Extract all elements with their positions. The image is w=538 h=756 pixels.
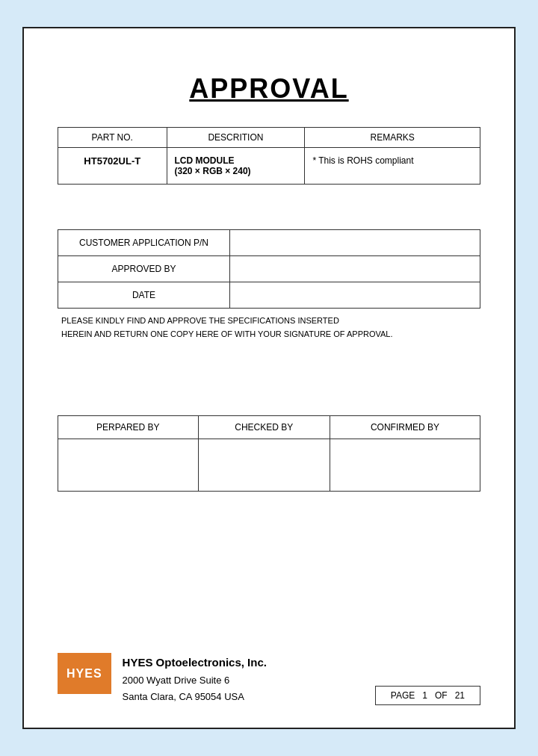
prepared-by-signature <box>58 439 199 492</box>
page-number-box: PAGE 1 OF 21 <box>375 686 480 705</box>
document-page: APPROVAL PART NO. DESCRITION REMARKS HT5… <box>22 27 516 729</box>
col-header-description: DESCRITION <box>167 128 305 148</box>
document-title: APPROVAL <box>189 73 348 104</box>
address-line2: Santa Clara, CA 95054 USA <box>123 689 267 705</box>
notice-line2: HEREIN AND RETURN ONE COPY HERE OF WITH … <box>61 329 393 338</box>
customer-app-pn-value <box>230 230 480 256</box>
checked-by-signature <box>198 439 330 492</box>
page-label: PAGE <box>391 690 415 701</box>
approval-notice: PLEASE KINDLY FIND AND APPROVE THE SPECI… <box>58 315 480 341</box>
col-header-part-no: PART NO. <box>58 128 167 148</box>
checked-by-header: CHECKED BY <box>198 416 330 439</box>
company-name: HYES Optoelectronics, Inc. <box>123 653 267 672</box>
approved-by-label: APPROVED BY <box>58 256 230 282</box>
table-row: HT5702UL-T LCD MODULE (320 × RGB × 240) … <box>58 148 480 185</box>
sig-body-row <box>58 439 480 492</box>
approved-by-value <box>230 256 480 282</box>
approval-table: CUSTOMER APPLICATION P/N APPROVED BY DAT… <box>58 229 480 309</box>
footer: HYES HYES Optoelectronics, Inc. 2000 Wya… <box>58 653 480 705</box>
col-header-remarks: REMARKS <box>305 128 480 148</box>
description-cell: LCD MODULE (320 × RGB × 240) <box>167 148 305 185</box>
company-info: HYES Optoelectronics, Inc. 2000 Wyatt Dr… <box>123 653 267 705</box>
sig-header-row: PERPARED BY CHECKED BY CONFIRMED BY <box>58 416 480 439</box>
total-pages: 21 <box>455 690 465 701</box>
of-label: OF <box>435 690 448 701</box>
remarks-cell: * This is ROHS compliant <box>305 148 480 185</box>
table-row: DATE <box>58 282 480 309</box>
customer-app-pn-label: CUSTOMER APPLICATION P/N <box>58 230 230 256</box>
date-label: DATE <box>58 282 230 309</box>
company-logo: HYES <box>58 653 111 694</box>
page-number: 1 <box>422 690 427 701</box>
table-row: APPROVED BY <box>58 256 480 282</box>
desc-line1: LCD MODULE <box>175 155 235 166</box>
desc-line2: (320 × RGB × 240) <box>175 166 251 176</box>
table-row: CUSTOMER APPLICATION P/N <box>58 230 480 256</box>
title-section: APPROVAL <box>58 58 480 105</box>
signature-table: PERPARED BY CHECKED BY CONFIRMED BY <box>58 415 480 492</box>
date-value <box>230 282 480 309</box>
address-line1: 2000 Wyatt Drive Suite 6 <box>123 672 267 689</box>
confirmed-by-header: CONFIRMED BY <box>330 416 480 439</box>
confirmed-by-signature <box>330 439 480 492</box>
part-info-table: PART NO. DESCRITION REMARKS HT5702UL-T L… <box>58 127 480 185</box>
prepared-by-header: PERPARED BY <box>58 416 199 439</box>
part-number-cell: HT5702UL-T <box>58 148 167 185</box>
notice-line1: PLEASE KINDLY FIND AND APPROVE THE SPECI… <box>61 316 339 325</box>
